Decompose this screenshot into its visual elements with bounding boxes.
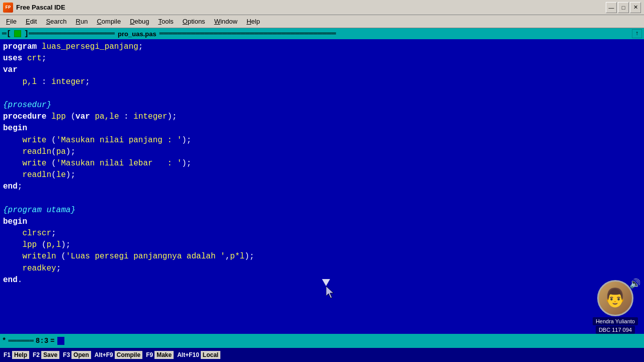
code-line-14 bbox=[3, 193, 641, 204]
editor-filename: pro_uas.pas bbox=[118, 30, 156, 38]
code-editor[interactable]: program luas_persegi_panjang; uses crt; … bbox=[0, 39, 644, 334]
editor-title-bar: ═[ ]═══════════════════ pro_uas.pas ════… bbox=[0, 28, 644, 39]
menu-file[interactable]: File bbox=[2, 17, 21, 26]
code-line-9: write ('Masukan nilai panjang : '); bbox=[3, 135, 641, 146]
code-line-12: readln(le); bbox=[3, 169, 641, 181]
code-line-18: lpp (p,l); bbox=[3, 239, 641, 251]
avatar-name: Hendra Yulianto bbox=[593, 317, 638, 325]
status-equals: = bbox=[50, 337, 54, 345]
status-bar: * ══════ 8:3 = bbox=[0, 334, 644, 348]
code-line-2: uses crt; bbox=[3, 53, 641, 64]
code-line-19: writeln ('Luas persegi panjangnya adalah… bbox=[3, 251, 641, 262]
menu-options[interactable]: Options bbox=[179, 17, 209, 26]
code-line-20: readkey; bbox=[3, 263, 641, 275]
editor-container: ═[ ]═══════════════════ pro_uas.pas ════… bbox=[0, 28, 644, 334]
status-divider: ══════ bbox=[8, 337, 33, 345]
code-line-8: begin bbox=[3, 123, 641, 134]
scroll-up-button[interactable]: ↑ bbox=[632, 29, 642, 38]
cursor-position: 8:3 bbox=[36, 337, 48, 345]
code-line-10: readln(pa); bbox=[3, 146, 641, 158]
code-line-13: end; bbox=[3, 181, 641, 193]
green-square-icon bbox=[14, 30, 21, 37]
funckey-bar: F1Help F2Save F3Open Alt+F9Compile F9Mak… bbox=[0, 348, 644, 362]
code-line-1: program luas_persegi_panjang; bbox=[3, 41, 641, 53]
avatar-subtitle: DBC 117 094 bbox=[596, 326, 635, 334]
menu-bar: File Edit Search Run Compile Debug Tools… bbox=[0, 15, 644, 28]
cursor-block bbox=[57, 337, 64, 345]
close-button[interactable]: ✕ bbox=[630, 2, 641, 13]
menu-debug[interactable]: Debug bbox=[126, 17, 153, 26]
fkey-f3[interactable]: F3Open bbox=[61, 351, 91, 359]
avatar-container: 👨 🔊 Hendra Yulianto DBC 117 094 bbox=[593, 280, 638, 334]
code-line-6: {prosedur} bbox=[3, 100, 641, 111]
app-title: Free Pascal IDE bbox=[16, 4, 65, 11]
menu-run[interactable]: Run bbox=[72, 17, 92, 26]
fkey-f9[interactable]: F9Make bbox=[144, 351, 174, 359]
avatar: 👨 bbox=[597, 280, 633, 316]
editor-title-right: ↑ bbox=[632, 29, 642, 38]
menu-window[interactable]: Window bbox=[210, 17, 242, 26]
code-line-4: p,l : integer; bbox=[3, 76, 641, 88]
code-line-17: clrscr; bbox=[3, 228, 641, 239]
title-left: FP Free Pascal IDE bbox=[3, 3, 65, 13]
maximize-button[interactable]: □ bbox=[618, 2, 629, 13]
menu-tools[interactable]: Tools bbox=[154, 17, 177, 26]
code-line-15: {program utama} bbox=[3, 205, 641, 216]
sound-icon: 🔊 bbox=[629, 278, 640, 289]
minimize-button[interactable]: — bbox=[606, 2, 617, 13]
fkey-altf10[interactable]: Alt+F10Local bbox=[176, 351, 220, 359]
editor-title-left: ═[ ]═══════════════════ pro_uas.pas ════… bbox=[2, 30, 336, 38]
menu-compile[interactable]: Compile bbox=[93, 17, 125, 26]
fkey-f2[interactable]: F2Save bbox=[31, 351, 59, 359]
fkey-altf9[interactable]: Alt+F9Compile bbox=[93, 351, 142, 359]
code-line-3: var bbox=[3, 64, 641, 76]
fkey-f1[interactable]: F1Help bbox=[2, 351, 29, 359]
title-bar: FP Free Pascal IDE — □ ✕ bbox=[0, 0, 644, 15]
code-line-16: begin bbox=[3, 216, 641, 228]
menu-search[interactable]: Search bbox=[42, 17, 70, 26]
code-line-7: procedure lpp (var pa,le : integer); bbox=[3, 111, 641, 123]
scroll-indicator: * bbox=[2, 337, 6, 345]
svg-marker-0 bbox=[326, 286, 334, 298]
menu-help[interactable]: Help bbox=[243, 17, 264, 26]
code-line-5 bbox=[3, 88, 641, 100]
code-line-11: write ('Masukan nilai lebar : '); bbox=[3, 158, 641, 169]
title-buttons: — □ ✕ bbox=[606, 2, 641, 13]
mouse-cursor-icon bbox=[322, 279, 330, 286]
menu-edit[interactable]: Edit bbox=[22, 17, 41, 26]
app-icon: FP bbox=[3, 3, 13, 13]
